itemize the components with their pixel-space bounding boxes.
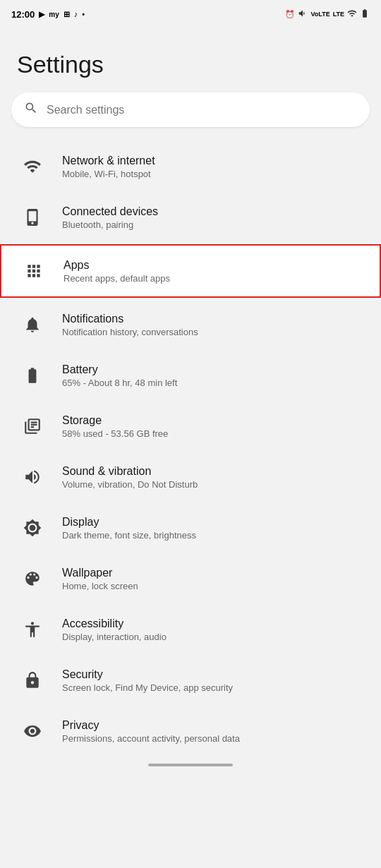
connected-icon <box>17 202 48 233</box>
lte-icon: LTE <box>333 11 344 18</box>
display-icon <box>17 512 48 543</box>
apps-title: Apps <box>64 259 170 272</box>
status-left: 12:00 ▶ my ⊞ ♪ • <box>11 9 85 20</box>
apps-text: Apps Recent apps, default apps <box>64 259 170 284</box>
privacy-icon <box>17 716 48 747</box>
wallpaper-text: Wallpaper Home, lock screen <box>62 567 138 591</box>
security-title: Security <box>62 668 233 681</box>
storage-icon <box>17 411 48 442</box>
scroll-bar <box>148 764 233 766</box>
wallpaper-icon <box>17 563 48 594</box>
notifications-subtitle: Notification history, conversations <box>62 327 198 337</box>
battery-title: Battery <box>62 363 177 376</box>
sound-subtitle: Volume, vibration, Do Not Disturb <box>62 479 198 490</box>
settings-item-display[interactable]: Display Dark theme, font size, brightnes… <box>0 502 381 553</box>
grid-icon: ⊞ <box>64 10 70 19</box>
settings-item-wallpaper[interactable]: Wallpaper Home, lock screen <box>0 553 381 604</box>
notifications-title: Notifications <box>62 313 198 325</box>
accessibility-icon <box>17 614 48 645</box>
security-icon <box>17 665 48 696</box>
security-text: Security Screen lock, Find My Device, ap… <box>62 668 233 693</box>
dot-icon: • <box>82 10 85 18</box>
sound-title: Sound & vibration <box>62 465 198 478</box>
accessibility-text: Accessibility Display, interaction, audi… <box>62 617 167 642</box>
settings-item-connected[interactable]: Connected devices Bluetooth, pairing <box>0 192 381 243</box>
network-title: Network & internet <box>62 155 155 167</box>
scroll-indicator <box>0 757 381 771</box>
display-text: Display Dark theme, font size, brightnes… <box>62 516 196 541</box>
wallpaper-subtitle: Home, lock screen <box>62 581 138 591</box>
page-title: Settings <box>0 40 381 92</box>
accessibility-subtitle: Display, interaction, audio <box>62 632 167 642</box>
apps-icon <box>18 255 49 287</box>
display-title: Display <box>62 516 196 529</box>
connected-subtitle: Bluetooth, pairing <box>62 219 158 230</box>
network-icon <box>17 151 48 182</box>
settings-item-storage[interactable]: Storage 58% used - 53.56 GB free <box>0 401 381 452</box>
accessibility-title: Accessibility <box>62 617 167 630</box>
storage-text: Storage 58% used - 53.56 GB free <box>62 414 168 439</box>
sound-icon <box>17 462 48 493</box>
settings-item-accessibility[interactable]: Accessibility Display, interaction, audi… <box>0 604 381 655</box>
privacy-subtitle: Permissions, account activity, personal … <box>62 733 240 744</box>
wallpaper-title: Wallpaper <box>62 567 138 579</box>
connected-title: Connected devices <box>62 205 158 218</box>
volte-icon: VoLTE <box>310 11 329 18</box>
storage-subtitle: 58% used - 53.56 GB free <box>62 428 168 439</box>
status-time: 12:00 <box>11 9 35 20</box>
settings-item-sound[interactable]: Sound & vibration Volume, vibration, Do … <box>0 452 381 502</box>
battery-text: Battery 65% - About 8 hr, 48 min left <box>62 363 177 388</box>
security-subtitle: Screen lock, Find My Device, app securit… <box>62 682 233 693</box>
status-bar: 12:00 ▶ my ⊞ ♪ • ⏰ VoLTE LTE <box>0 0 381 25</box>
notifications-text: Notifications Notification history, conv… <box>62 313 198 337</box>
battery-settings-icon <box>17 360 48 391</box>
youtube-icon: ▶ <box>39 10 44 19</box>
music-icon: ♪ <box>74 10 78 18</box>
settings-item-battery[interactable]: Battery 65% - About 8 hr, 48 min left <box>0 350 381 401</box>
settings-list: Network & internet Mobile, Wi-Fi, hotspo… <box>0 141 381 757</box>
battery-icon <box>360 8 370 20</box>
settings-item-network[interactable]: Network & internet Mobile, Wi-Fi, hotspo… <box>0 141 381 192</box>
signal-icon <box>347 8 357 20</box>
storage-title: Storage <box>62 414 168 427</box>
network-subtitle: Mobile, Wi-Fi, hotspot <box>62 169 155 179</box>
apps-subtitle: Recent apps, default apps <box>64 273 170 284</box>
settings-container: Settings Network & internet Mobile, Wi-F… <box>0 25 381 771</box>
search-bar[interactable] <box>11 92 370 127</box>
search-icon <box>24 101 38 119</box>
settings-item-notifications[interactable]: Notifications Notification history, conv… <box>0 299 381 350</box>
privacy-text: Privacy Permissions, account activity, p… <box>62 719 240 744</box>
network-text: Network & internet Mobile, Wi-Fi, hotspo… <box>62 155 155 179</box>
notifications-icon <box>17 309 48 340</box>
status-right: ⏰ VoLTE LTE <box>285 8 370 20</box>
privacy-title: Privacy <box>62 719 240 732</box>
settings-item-security[interactable]: Security Screen lock, Find My Device, ap… <box>0 655 381 706</box>
display-subtitle: Dark theme, font size, brightness <box>62 530 196 541</box>
settings-item-privacy[interactable]: Privacy Permissions, account activity, p… <box>0 706 381 757</box>
myapp-icon: my <box>49 11 59 18</box>
volume-icon <box>298 8 308 20</box>
sound-text: Sound & vibration Volume, vibration, Do … <box>62 465 198 490</box>
alarm-icon: ⏰ <box>285 10 295 19</box>
search-input[interactable] <box>47 104 357 116</box>
battery-subtitle: 65% - About 8 hr, 48 min left <box>62 378 177 388</box>
settings-item-apps[interactable]: Apps Recent apps, default apps <box>0 244 381 298</box>
connected-text: Connected devices Bluetooth, pairing <box>62 205 158 230</box>
